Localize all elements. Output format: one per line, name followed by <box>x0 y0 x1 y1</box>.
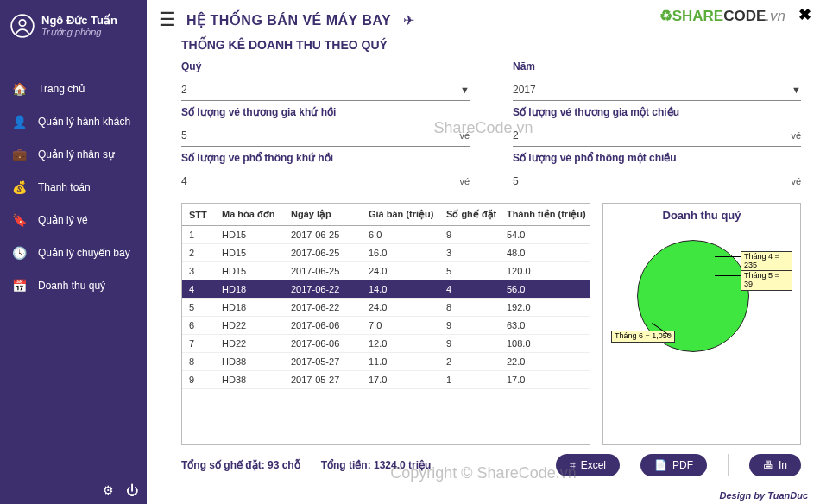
revenue-pie-chart: Doanh thu quý Tháng 4 = 235Tháng 5 = 39T… <box>602 203 801 445</box>
table-row[interactable]: 6HD222017-06-067.0963.0 <box>182 317 590 335</box>
profile-block: Ngô Đức Tuấn Trưởng phòng <box>0 0 147 55</box>
sidebar-nav: 🏠Trang chủ👤Quản lý hành khách💼Quản lý nh… <box>0 72 147 476</box>
export-excel-button[interactable]: ⌗Excel <box>556 454 620 476</box>
table-row[interactable]: 2HD152017-06-2516.0348.0 <box>182 244 590 262</box>
econ-round-value: 4vé <box>181 173 470 192</box>
plane-icon: ✈ <box>403 12 414 28</box>
table-row[interactable]: 9HD382017-05-2717.0117.0 <box>182 371 590 389</box>
sidebar-item-3[interactable]: 💰Thanh toán <box>0 171 147 204</box>
chevron-down-icon: ▼ <box>460 85 470 95</box>
pie-slice-label: Tháng 5 = 39 <box>741 270 792 291</box>
calendar-icon: 📅 <box>12 279 26 293</box>
pie-slice-label: Tháng 4 = 235 <box>741 251 792 272</box>
total-money: Tổng tiền: 1324.0 triệu <box>321 459 432 471</box>
table-row[interactable]: 5HD182017-06-2224.08192.0 <box>182 299 590 317</box>
sidebar-item-label: Thanh toán <box>38 181 91 193</box>
menu-icon[interactable]: ☰ <box>159 9 176 31</box>
avatar <box>10 14 35 38</box>
year-select[interactable]: 2017▼ <box>513 81 801 101</box>
sidebar-item-2[interactable]: 💼Quản lý nhân sự <box>0 138 147 171</box>
footer-credit: Design by TuanDuc <box>147 488 820 504</box>
sidebar-item-label: Quản lý chuyến bay <box>38 247 130 259</box>
svg-point-1 <box>19 20 25 26</box>
table-row[interactable]: 7HD222017-06-0612.09108.0 <box>182 335 590 353</box>
year-label: Năm <box>513 60 801 72</box>
app-title: HỆ THỐNG BÁN VÉ MÁY BAY <box>186 12 391 28</box>
table-row[interactable]: 4HD182017-06-2214.0456.0 <box>182 280 590 299</box>
biz-one-value: 2vé <box>513 127 801 147</box>
chevron-down-icon: ▼ <box>792 85 801 95</box>
econ-one-value: 5vé <box>513 173 801 192</box>
sidebar-item-label: Quản lý nhân sự <box>38 148 115 161</box>
sidebar-item-1[interactable]: 👤Quản lý hành khách <box>0 105 147 138</box>
biz-round-value: 5vé <box>181 127 470 147</box>
table-row[interactable]: 3HD152017-06-2524.05120.0 <box>182 262 590 280</box>
econ-round-label: Số lượng vé phổ thông khứ hồi <box>181 152 470 164</box>
sidebar-item-5[interactable]: 🕓Quản lý chuyến bay <box>0 236 147 269</box>
sidebar-item-label: Quản lý hành khách <box>38 116 130 128</box>
sidebar-item-4[interactable]: 🔖Quản lý vé <box>0 204 147 236</box>
profile-name: Ngô Đức Tuấn <box>41 14 117 27</box>
biz-round-label: Số lượng vé thương gia khứ hồi <box>181 106 470 118</box>
sidebar: Ngô Đức Tuấn Trưởng phòng 🏠Trang chủ👤Quả… <box>0 0 147 504</box>
home-icon: 🏠 <box>12 82 26 96</box>
pdf-icon: 📄 <box>654 459 667 471</box>
sidebar-footer: ⚙ ⏻ <box>0 476 147 504</box>
total-seats: Tổng số ghế đặt: 93 chỗ <box>181 459 300 471</box>
column-header[interactable]: Số ghế đặt <box>439 204 500 226</box>
page-title: THỐNG KÊ DOANH THU THEO QUÝ <box>181 38 801 52</box>
quarter-select[interactable]: 2▼ <box>181 81 470 101</box>
column-header[interactable]: Mã hóa đơn <box>215 204 284 226</box>
sidebar-item-label: Trang chủ <box>38 83 85 95</box>
profile-role: Trưởng phòng <box>41 27 117 38</box>
money-icon: 💰 <box>12 180 26 194</box>
quarter-label: Quý <box>181 60 470 72</box>
user-icon: 👤 <box>12 115 26 129</box>
close-icon[interactable]: ✖ <box>798 5 811 24</box>
print-button[interactable]: 🖶In <box>749 454 801 476</box>
sidebar-item-6[interactable]: 📅Doanh thu quý <box>0 269 147 302</box>
ticket-icon: 🔖 <box>12 213 26 227</box>
column-header[interactable]: Giá bán (triệu) <box>362 204 439 226</box>
sidebar-item-label: Doanh thu quý <box>38 280 105 292</box>
print-icon: 🖶 <box>763 459 773 471</box>
column-header[interactable]: Thành tiền (triệu) <box>500 204 590 226</box>
column-header[interactable]: Ngày lập <box>284 204 362 226</box>
econ-one-label: Số lượng vé phổ thông một chiều <box>513 152 801 164</box>
settings-icon[interactable]: ⚙ <box>103 483 114 497</box>
brand-logo: ♻SHARECODE.vn <box>659 7 785 25</box>
briefcase-icon: 💼 <box>12 148 26 161</box>
clock-icon: 🕓 <box>12 246 26 260</box>
sidebar-item-0[interactable]: 🏠Trang chủ <box>0 72 147 105</box>
revenue-table[interactable]: STTMã hóa đơnNgày lậpGiá bán (triệu)Số g… <box>181 203 590 445</box>
excel-icon: ⌗ <box>570 459 576 471</box>
column-header[interactable]: STT <box>182 204 215 226</box>
table-row[interactable]: 1HD152017-06-256.0954.0 <box>182 226 590 244</box>
power-icon[interactable]: ⏻ <box>126 483 138 497</box>
export-pdf-button[interactable]: 📄PDF <box>640 454 707 476</box>
chart-title: Doanh thu quý <box>663 209 741 222</box>
sidebar-item-label: Quản lý vé <box>38 214 88 226</box>
table-row[interactable]: 8HD382017-05-2711.0222.0 <box>182 353 590 371</box>
biz-one-label: Số lượng vé thương gia một chiều <box>513 106 801 118</box>
